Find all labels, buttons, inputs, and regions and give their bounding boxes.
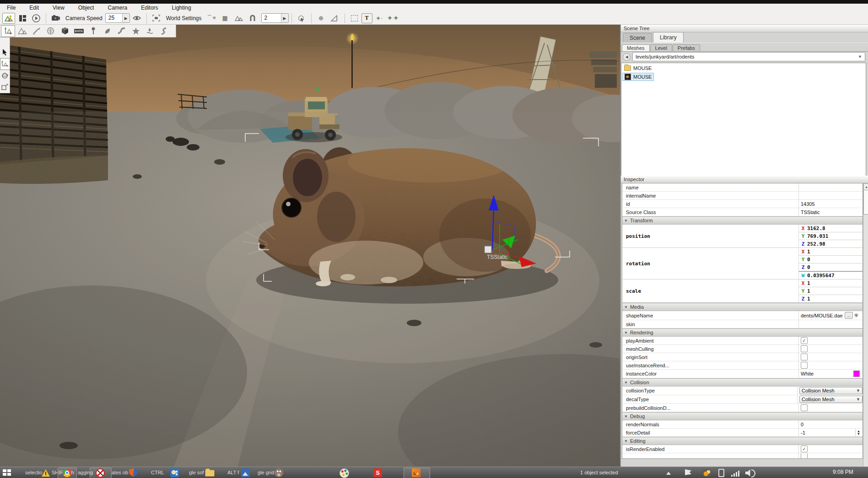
warning-triangle-icon[interactable] [42, 469, 50, 477]
text-tool-icon[interactable]: T [361, 13, 372, 23]
select-tool-icon[interactable] [0, 47, 10, 58]
window-grid-icon[interactable] [3, 468, 11, 477]
visibility-eye-icon[interactable] [130, 13, 143, 24]
section-transform[interactable]: ▼ Transform [622, 216, 863, 225]
particle-editor-tool-icon[interactable] [129, 25, 143, 37]
camera-frame-icon[interactable] [150, 13, 163, 24]
window-layout-icon[interactable] [16, 13, 29, 24]
tab-scene[interactable]: Scene [623, 33, 652, 43]
road-editor-tool-icon[interactable] [114, 25, 129, 37]
shape-options-icon[interactable]: ✾ [854, 312, 858, 318]
scale-x-field[interactable]: 1 [807, 280, 810, 286]
menu-file[interactable]: File [0, 4, 22, 12]
forcedetail-field[interactable]: -1 [801, 430, 805, 435]
object-select-icon[interactable] [295, 13, 308, 24]
prop-value-field[interactable] [799, 183, 863, 191]
rendernormals-field[interactable]: 0 [799, 420, 863, 428]
drop-to-ground-icon[interactable]: ✦↓ [373, 13, 386, 24]
checkbox[interactable] [801, 453, 808, 458]
color-swatch[interactable] [853, 371, 860, 377]
checkbox[interactable] [801, 404, 808, 411]
inspector-scrollbar[interactable]: ▲ ▼ [863, 183, 868, 478]
rotation-y-field[interactable]: 0 [807, 257, 810, 263]
object-snap-magnet-icon[interactable] [246, 13, 259, 24]
tray-expand-icon[interactable] [666, 472, 671, 475]
rotate-tool-icon[interactable] [0, 70, 10, 81]
play-icon[interactable] [30, 13, 43, 24]
section-rendering[interactable]: ▼ Rendering [622, 328, 863, 337]
decal-type-select[interactable]: Collision Mesh ▼ [799, 396, 863, 403]
action-flag-icon[interactable] [685, 469, 691, 477]
position-z-field[interactable]: 252.98 [807, 241, 825, 247]
move-tool-icon[interactable] [0, 58, 10, 70]
browse-button[interactable]: ... [845, 312, 853, 319]
library-path-dropdown[interactable]: levels/junkyard/art/rodents ▼ [632, 52, 865, 61]
antivirus-shield-icon[interactable] [129, 468, 138, 477]
tab-level[interactable]: Level [650, 44, 672, 51]
tab-meshes[interactable]: Meshes [622, 44, 650, 51]
datablock-editor-tool-icon[interactable]: DATA [72, 25, 86, 37]
level-editor-app-icon[interactable] [412, 468, 421, 477]
mesh-road-tool-icon[interactable] [157, 25, 171, 37]
rotation-z-field[interactable]: 0 [807, 264, 810, 270]
rotation-w-field[interactable]: 0.0395647 [807, 273, 835, 279]
menu-camera[interactable]: Camera [101, 4, 135, 12]
viewport-canvas[interactable]: TSStatic [0, 25, 620, 467]
river-water-tool-icon[interactable] [143, 25, 157, 37]
gimp-icon[interactable] [275, 468, 283, 477]
chevron-right-icon[interactable]: ▶ [281, 14, 288, 22]
network-signal-icon[interactable] [731, 471, 739, 477]
scroll-up-icon[interactable]: ▲ [863, 183, 868, 190]
scale-y-field[interactable]: 1 [807, 288, 810, 294]
number-spinner[interactable]: ▲▼ [855, 429, 862, 436]
scrollbar-thumb[interactable] [863, 190, 868, 215]
selection-bounds-icon[interactable] [348, 13, 361, 24]
checkbox[interactable]: ✓ [801, 337, 808, 344]
rotation-x-field[interactable]: 1 [807, 249, 810, 255]
sketchup-icon[interactable]: S [373, 468, 382, 477]
forest-leaf-tool-icon[interactable] [100, 25, 114, 37]
menu-editors[interactable]: Editors [134, 4, 165, 12]
checkbox[interactable] [801, 345, 808, 352]
paint-palette-icon[interactable] [340, 468, 349, 478]
menu-lighting[interactable]: Lighting [165, 4, 198, 12]
world-settings-button[interactable]: World Settings [166, 15, 202, 21]
decal-pin-tool-icon[interactable] [86, 25, 100, 37]
chrome-icon[interactable] [63, 468, 71, 477]
checkbox[interactable] [801, 362, 808, 369]
section-editing[interactable]: ▼ Editing [622, 437, 863, 445]
instancecolor-value[interactable]: White [801, 371, 814, 376]
checkbox[interactable] [801, 354, 808, 360]
camera-speed-dropdown[interactable]: 25 ▶ [105, 13, 130, 23]
object-editor-tool-icon[interactable] [1, 25, 15, 37]
terrain-editor-tool-icon[interactable] [15, 25, 29, 37]
speaker-icon[interactable] [745, 469, 751, 477]
camera-icon[interactable] [49, 13, 62, 24]
snap-size-dropdown[interactable]: 2 ▶ [261, 13, 289, 23]
add-object-icon[interactable]: ⊕ [315, 13, 328, 24]
terrain-painter-tool-icon[interactable] [29, 25, 43, 37]
measure-tool-icon[interactable] [329, 13, 341, 24]
terrain-snap-icon[interactable] [232, 13, 245, 24]
blocked-scissors-icon[interactable] [96, 468, 105, 478]
taskbar-clock[interactable]: 9:08 PM [833, 469, 853, 475]
list-item-mesh-mouse[interactable]: MOUSE [622, 73, 654, 81]
sketch-object-tool-icon[interactable] [58, 25, 72, 37]
scale-z-field[interactable]: 1 [807, 296, 810, 302]
drop-at-camera-icon[interactable]: ✦✦ [387, 13, 399, 24]
prop-value-field[interactable] [799, 192, 863, 199]
list-item-folder-mouse[interactable]: MOUSE [622, 64, 653, 72]
notification-icon[interactable] [703, 469, 711, 477]
device-icon[interactable] [718, 469, 724, 477]
skin-value-field[interactable] [799, 320, 863, 328]
nav-back-icon[interactable]: ◀ [623, 53, 631, 61]
position-y-field[interactable]: 769.031 [807, 233, 828, 239]
grid-snap-icon[interactable]: ▦ [219, 13, 232, 24]
soft-snap-icon[interactable]: ⌒⚒ [205, 13, 218, 24]
control-panel-icon[interactable] [170, 468, 179, 477]
image-viewer-icon[interactable] [241, 468, 250, 477]
section-collision[interactable]: ▼ Collision [622, 378, 863, 387]
folder-icon[interactable] [205, 470, 215, 477]
tab-prefabs[interactable]: Prefabs [673, 44, 700, 51]
tab-library[interactable]: Library [653, 32, 684, 43]
